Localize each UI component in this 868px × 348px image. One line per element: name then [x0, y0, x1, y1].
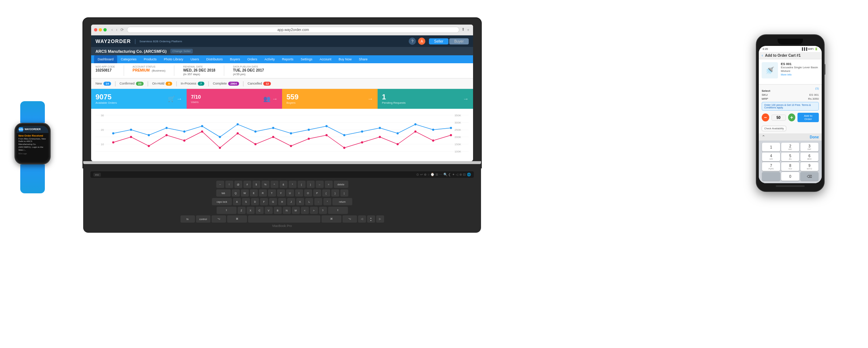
qty-plus-button[interactable]: +: [788, 113, 796, 121]
nav-tab-dashboard[interactable]: Dashboard: [94, 55, 117, 63]
key-quote[interactable]: ": [323, 198, 331, 205]
key-rbracket[interactable]: }: [331, 189, 339, 197]
browser-maximize-btn[interactable]: [103, 28, 107, 31]
key-n[interactable]: N: [283, 207, 291, 214]
browser-reload-btn[interactable]: ⟳: [119, 27, 125, 33]
key-pipe[interactable]: |: [340, 189, 348, 197]
nav-tab-share[interactable]: Share: [355, 55, 371, 63]
key-lbracket[interactable]: {: [322, 189, 330, 197]
iphone-key-2[interactable]: 2 ABC: [781, 143, 799, 151]
key-1[interactable]: !: [225, 181, 233, 188]
status-inprocess[interactable]: In-Process 7: [181, 82, 204, 86]
key-d[interactable]: D: [251, 198, 259, 205]
key-gt[interactable]: >: [310, 207, 318, 214]
more-info-link[interactable]: More Info: [781, 73, 819, 76]
stat-available-orders[interactable]: 9075 Available Orders 🛒 →: [91, 89, 187, 109]
key-6[interactable]: ^: [271, 181, 278, 188]
iphone-key-8[interactable]: 8 TUV: [781, 162, 799, 171]
key-space[interactable]: [248, 215, 320, 223]
key-cmd-l[interactable]: ⌘: [227, 215, 247, 223]
key-q[interactable]: Q: [232, 189, 240, 197]
browser-forward-btn[interactable]: ›: [115, 27, 119, 33]
status-onhold[interactable]: On-Hold 8: [152, 82, 173, 86]
key-i[interactable]: I: [295, 189, 303, 197]
change-seller-button[interactable]: Change Seller: [170, 49, 193, 53]
key-z[interactable]: Z: [238, 207, 246, 214]
key-x[interactable]: X: [247, 207, 255, 214]
key-k[interactable]: K: [296, 198, 304, 205]
nav-tab-distributors[interactable]: Distributors: [203, 55, 226, 63]
key-l[interactable]: L: [305, 198, 313, 205]
stat-buyers[interactable]: 559 Buyers →: [282, 89, 378, 109]
status-confirmed[interactable]: Confirmed 23: [120, 82, 144, 86]
qty-minus-button[interactable]: −: [762, 113, 769, 121]
add-to-order-button[interactable]: Add to Order: [797, 113, 819, 122]
nav-tab-users[interactable]: Users: [187, 55, 203, 63]
key-a[interactable]: A: [233, 198, 241, 205]
key-colon[interactable]: :: [314, 198, 322, 205]
key-minus[interactable]: –: [316, 181, 324, 188]
iphone-side-button[interactable]: [824, 64, 825, 75]
buyer-tab[interactable]: Buyer: [449, 38, 469, 44]
key-3[interactable]: #: [243, 181, 251, 188]
key-r[interactable]: R: [259, 189, 267, 197]
key-t[interactable]: T: [268, 189, 276, 197]
browser-url-bar[interactable]: app.way2order.com: [127, 27, 459, 33]
key-tilde[interactable]: ~: [216, 181, 224, 188]
stat-users[interactable]: 7/10 Users 👥 →: [187, 89, 282, 109]
key-5[interactable]: %: [261, 181, 269, 188]
iphone-key-7[interactable]: 7 PQRS: [762, 162, 780, 171]
iphone-key-4[interactable]: 4 GHI: [762, 152, 780, 161]
key-9[interactable]: (: [298, 181, 306, 188]
key-ctrl[interactable]: control: [196, 215, 210, 223]
iphone-key-9[interactable]: 9 WXYZ: [800, 162, 818, 171]
touchbar-esc[interactable]: esc: [93, 173, 101, 177]
key-v[interactable]: V: [265, 207, 273, 214]
check-availability-button[interactable]: Check Availability: [762, 126, 786, 131]
seller-tab[interactable]: Seller: [429, 38, 448, 44]
key-plus[interactable]: =: [325, 181, 333, 188]
key-capslock[interactable]: caps lock: [212, 198, 232, 205]
nav-tab-settings[interactable]: Settings: [297, 55, 316, 63]
nav-tab-activity[interactable]: Activity: [261, 55, 278, 63]
iphone-key-1[interactable]: 1: [762, 143, 780, 151]
key-p[interactable]: P: [313, 189, 321, 197]
nav-tab-account[interactable]: Account: [316, 55, 335, 63]
status-new[interactable]: New 14: [95, 82, 111, 86]
help-icon[interactable]: ?: [409, 38, 416, 45]
key-f[interactable]: F: [260, 198, 268, 205]
key-delete[interactable]: delete: [334, 181, 348, 188]
key-question[interactable]: ?: [319, 207, 327, 214]
key-lt[interactable]: <: [301, 207, 309, 214]
key-j[interactable]: J: [287, 198, 295, 205]
key-tab[interactable]: tab: [216, 189, 231, 197]
status-complete[interactable]: Complete 2864: [213, 82, 239, 86]
iphone-key-0[interactable]: 0: [781, 172, 799, 181]
key-b[interactable]: B: [274, 207, 282, 214]
key-up-down[interactable]: ▲ ▼: [367, 215, 375, 223]
keyboard-done-button[interactable]: Done: [810, 135, 819, 139]
browser-add-tab-icon[interactable]: ＋: [466, 27, 470, 33]
key-return[interactable]: return: [332, 198, 352, 205]
user-avatar[interactable]: A: [418, 38, 425, 45]
key-2[interactable]: @: [234, 181, 242, 188]
key-e[interactable]: E: [250, 189, 258, 197]
nav-tab-orders[interactable]: Orders: [244, 55, 261, 63]
nav-tab-buyers[interactable]: Buyers: [226, 55, 244, 63]
browser-minimize-btn[interactable]: [99, 28, 102, 31]
nav-tab-products[interactable]: Products: [140, 55, 161, 63]
iphone-key-backspace[interactable]: ⌫: [800, 172, 818, 181]
key-cmd-r[interactable]: ⌘: [322, 215, 341, 223]
browser-share-icon[interactable]: ⬆: [461, 27, 465, 33]
key-right[interactable]: ▷: [376, 215, 384, 223]
key-y[interactable]: Y: [277, 189, 285, 197]
nav-tab-buy-now[interactable]: Buy Now: [335, 55, 355, 63]
key-8[interactable]: *: [289, 181, 297, 188]
qty-value[interactable]: 50: [771, 115, 786, 121]
key-0[interactable]: ): [307, 181, 315, 188]
key-shift-l[interactable]: ⇧: [217, 207, 237, 214]
iphone-back-button[interactable]: ‹: [762, 53, 763, 57]
key-c[interactable]: C: [256, 207, 264, 214]
browser-back-btn[interactable]: ‹: [110, 27, 114, 33]
iphone-key-6[interactable]: 6 MNO: [800, 152, 818, 161]
